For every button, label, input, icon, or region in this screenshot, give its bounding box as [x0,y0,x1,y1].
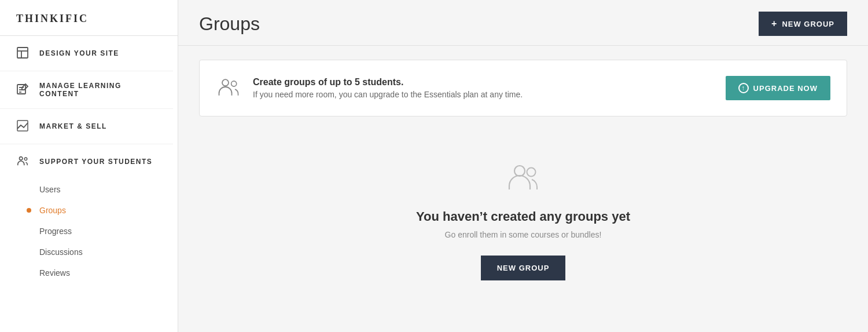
page-header: Groups + NEW GROUP [178,0,868,46]
sidebar-item-manage-learning-content[interactable]: MANAGE LEARNING CONTENT [0,71,173,109]
sidebar-item-market-and-sell[interactable]: MARKET & SELL [0,109,173,144]
banner-text: Create groups of up to 5 students. If yo… [253,77,523,99]
progress-label: Progress [39,227,72,236]
sidebar-item-groups[interactable]: Groups [0,200,173,221]
svg-point-12 [514,166,525,176]
sidebar-item-discussions[interactable]: Discussions [0,242,173,262]
svg-point-13 [527,168,536,177]
sidebar-item-design-your-site[interactable]: DESIGN YOUR SITE [0,36,173,71]
users-icon [16,155,30,169]
sidebar-item-label-design: DESIGN YOUR SITE [39,49,119,57]
sidebar-item-users[interactable]: Users [0,179,173,200]
groups-banner-icon [216,74,241,102]
layout-icon [16,46,30,60]
reviews-label: Reviews [39,268,70,278]
svg-point-9 [24,158,27,160]
new-group-center-label: NEW GROUP [497,264,550,272]
new-group-top-label: NEW GROUP [782,20,834,28]
upgrade-banner: Create groups of up to 5 students. If yo… [199,60,847,116]
edit-icon [16,83,30,97]
empty-groups-icon [505,158,542,198]
sidebar-sub-items: Users Groups Progress Discussions Review… [0,179,173,288]
active-dot-groups [27,208,31,213]
sidebar-support-label: SUPPORT YOUR STUDENTS [39,158,152,166]
svg-rect-0 [17,48,28,58]
new-group-button-top[interactable]: + NEW GROUP [759,12,847,36]
svg-point-11 [231,81,237,86]
sidebar-item-progress[interactable]: Progress [0,221,173,242]
svg-rect-7 [17,121,28,131]
banner-title: Create groups of up to 5 students. [253,77,523,87]
sidebar-item-reviews[interactable]: Reviews [0,262,173,283]
svg-point-8 [20,157,23,160]
empty-subtitle: Go enroll them in some courses or bundle… [445,230,602,239]
new-group-button-center[interactable]: NEW GROUP [481,256,566,280]
main-content-area: Groups + NEW GROUP Create groups of up t… [178,0,868,332]
users-label: Users [39,185,61,194]
upgrade-now-button[interactable]: ↑ UPGRADE NOW [726,76,830,100]
discussions-label: Discussions [39,247,83,257]
sidebar-logo: THINKIFIC [0,0,178,36]
groups-label: Groups [39,206,66,215]
sidebar-scroll: DESIGN YOUR SITE MANAGE LEARNING CONTENT [0,36,178,332]
sidebar-item-label-market: MARKET & SELL [39,122,107,130]
upgrade-banner-left: Create groups of up to 5 students. If yo… [216,74,523,102]
sidebar: THINKIFIC DESIGN YOUR SITE [0,0,178,332]
plus-icon: + [771,19,777,29]
banner-subtitle: If you need more room, you can upgrade t… [253,90,523,99]
sidebar-item-label-manage: MANAGE LEARNING CONTENT [39,82,157,98]
page-title: Groups [199,13,260,35]
upgrade-btn-label: UPGRADE NOW [753,84,818,93]
logo-text: THINKIFIC [16,13,89,24]
chart-icon [16,119,30,133]
empty-state: You haven’t created any groups yet Go en… [199,135,847,304]
svg-point-10 [222,79,229,86]
empty-title: You haven’t created any groups yet [416,209,630,224]
sidebar-item-support-your-students[interactable]: SUPPORT YOUR STUDENTS [0,144,173,179]
upgrade-circle-icon: ↑ [738,83,749,93]
main-scrollable: Create groups of up to 5 students. If yo… [178,46,868,332]
